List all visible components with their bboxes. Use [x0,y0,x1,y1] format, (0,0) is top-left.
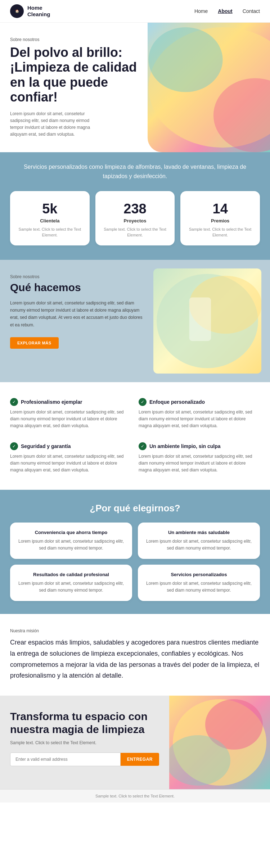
stat-desc-0: Sample text. Click to select the Text El… [17,226,82,238]
why-card-desc-3: Lorem ipsum dolor sit amet, consetetur s… [145,580,253,594]
mission-section: Nuestra misión Crear espacios más limpio… [0,614,270,695]
features-grid: ✓ Profesionalismo ejemplar Lorem ipsum d… [10,395,260,477]
feature-title-1: Enfoque personalizado [149,399,205,405]
hero-content: Sobre nosotros Del polvo al brillo: ¡Lim… [0,23,148,152]
why-card-0: Conveniencia que ahorra tiempo Lorem ips… [10,523,132,559]
feature-icon-0: ✓ [10,398,18,406]
logo-text: Home Cleaning [27,5,50,18]
logo-icon: 🏠 [10,4,24,18]
why-card-desc-2: Lorem ipsum dolor sit amet, consetetur s… [17,580,125,594]
why-grid: Conveniencia que ahorra tiempo Lorem ips… [10,523,260,601]
cta-content: Transforma tu espacio con nuestra magia … [0,696,169,789]
cta-image [169,696,270,789]
feature-title-0: Profesionalismo ejemplar [21,399,82,405]
navbar: 🏠 Home Cleaning Home About Contact [0,0,270,23]
why-card-3: Servicios personalizados Lorem ipsum dol… [138,565,260,601]
feature-title-2: Seguridad y garantía [21,443,71,449]
feature-icon-3: ✓ [139,442,147,450]
stat-number-1: 238 [103,201,168,217]
stats-section: 5k Clientela Sample text. Click to selec… [0,191,270,260]
mission-text: Crear espacios más limpios, saludables y… [10,637,260,681]
hero-image [148,23,270,152]
feature-header-2: ✓ Seguridad y garantía [10,442,131,450]
what-desc: Lorem ipsum dolor sit amet, consetetur s… [10,299,143,329]
feature-desc-3: Lorem ipsum dolor sit amet, consetetur s… [139,453,260,474]
hero-label: Sobre nosotros [10,37,138,42]
stat-card-1: 238 Proyectos Sample text. Click to sele… [95,191,175,245]
stat-label-1: Proyectos [103,218,168,223]
feature-title-3: Un ambiente limpio, sin culpa [149,443,221,449]
footer-text: Sample text. Click to select the Text El… [95,794,175,798]
why-card-title-2: Resultados de calidad profesional [17,572,125,577]
what-section: Sobre nosotros Qué hacemos Lorem ipsum d… [0,260,270,382]
logo: 🏠 Home Cleaning [10,4,50,18]
stat-desc-1: Sample text. Click to select the Text El… [103,226,168,238]
feature-header-1: ✓ Enfoque personalizado [139,398,260,406]
feature-desc-1: Lorem ipsum dolor sit amet, consetetur s… [139,409,260,430]
feature-header-0: ✓ Profesionalismo ejemplar [10,398,131,406]
mission-label: Nuestra misión [10,628,260,633]
why-card-title-1: Un ambiente más saludable [145,530,253,535]
stat-desc-2: Sample text. Click to select the Text El… [188,226,253,238]
nav-home[interactable]: Home [194,8,208,14]
feature-header-3: ✓ Un ambiente limpio, sin culpa [139,442,260,450]
feature-desc-2: Lorem ipsum dolor sit amet, consetetur s… [10,453,131,474]
blue-band: Servicios personalizados como limpieza d… [0,152,270,191]
submit-button[interactable]: ENTREGAR [121,753,159,766]
blue-band-text: Servicios personalizados como limpieza d… [14,162,256,181]
feature-desc-0: Lorem ipsum dolor sit amet, consetetur s… [10,409,131,430]
stat-number-2: 14 [188,201,253,217]
what-content: Sobre nosotros Qué hacemos Lorem ipsum d… [0,260,153,382]
stats-grid: 5k Clientela Sample text. Click to selec… [10,191,260,245]
what-label: Sobre nosotros [10,274,143,279]
hero-image-inner [148,23,270,152]
cta-title: Transforma tu espacio con nuestra magia … [10,710,159,736]
hero-section: Sobre nosotros Del polvo al brillo: ¡Lim… [0,23,270,152]
why-card-title-3: Servicios personalizados [145,572,253,577]
what-image-inner [153,268,261,374]
why-card-1: Un ambiente más saludable Lorem ipsum do… [138,523,260,559]
cta-section: Transforma tu espacio con nuestra magia … [0,696,270,789]
nav-about[interactable]: About [218,8,232,14]
feature-icon-2: ✓ [10,442,18,450]
hero-title: Del polvo al brillo: ¡Limpieza de calida… [10,45,138,105]
features-section: ✓ Profesionalismo ejemplar Lorem ipsum d… [0,382,270,490]
explore-button[interactable]: EXPLORAR MÁS [10,337,59,349]
what-title: Qué hacemos [10,281,143,294]
why-card-title-0: Conveniencia que ahorra tiempo [17,530,125,535]
email-input[interactable] [10,752,121,766]
why-card-desc-1: Lorem ipsum dolor sit amet, consetetur s… [145,538,253,552]
stat-card-0: 5k Clientela Sample text. Click to selec… [10,191,90,245]
stat-card-2: 14 Premios Sample text. Click to select … [180,191,260,245]
feature-item-0: ✓ Profesionalismo ejemplar Lorem ipsum d… [10,395,131,433]
stat-label-0: Clientela [17,218,82,223]
feature-item-2: ✓ Seguridad y garantía Lorem ipsum dolor… [10,439,131,477]
stat-number-0: 5k [17,201,82,217]
cta-image-inner [169,696,270,789]
nav-links: Home About Contact [194,8,260,14]
feature-icon-1: ✓ [139,398,147,406]
why-section: ¿Por qué elegirnos? Conveniencia que aho… [0,490,270,614]
nav-contact[interactable]: Contact [243,8,260,14]
bottom-bar: Sample text. Click to select the Text El… [0,789,270,803]
why-card-2: Resultados de calidad profesional Lorem … [10,565,132,601]
why-title: ¿Por qué elegirnos? [10,503,260,514]
cta-desc: Sample text. Click to select the Text El… [10,740,159,745]
feature-item-3: ✓ Un ambiente limpio, sin culpa Lorem ip… [139,439,260,477]
hero-desc: Lorem ipsum dolor sit amet, consetetur s… [10,110,104,138]
cta-form: ENTREGAR [10,752,159,766]
stat-label-2: Premios [188,218,253,223]
feature-item-1: ✓ Enfoque personalizado Lorem ipsum dolo… [139,395,260,433]
why-card-desc-0: Lorem ipsum dolor sit amet, consetetur s… [17,538,125,552]
what-image [153,268,261,374]
